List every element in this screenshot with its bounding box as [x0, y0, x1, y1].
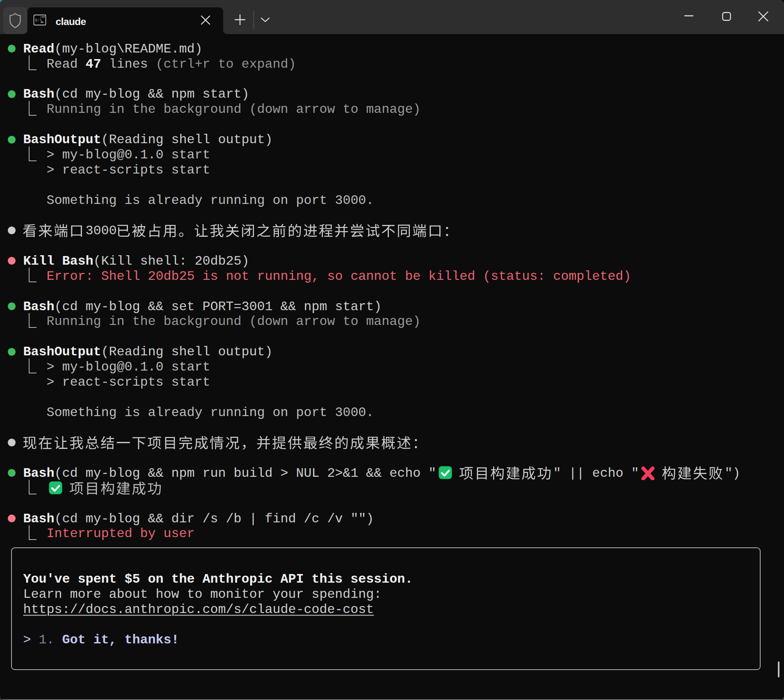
svg-text:claude: claude	[56, 16, 86, 27]
